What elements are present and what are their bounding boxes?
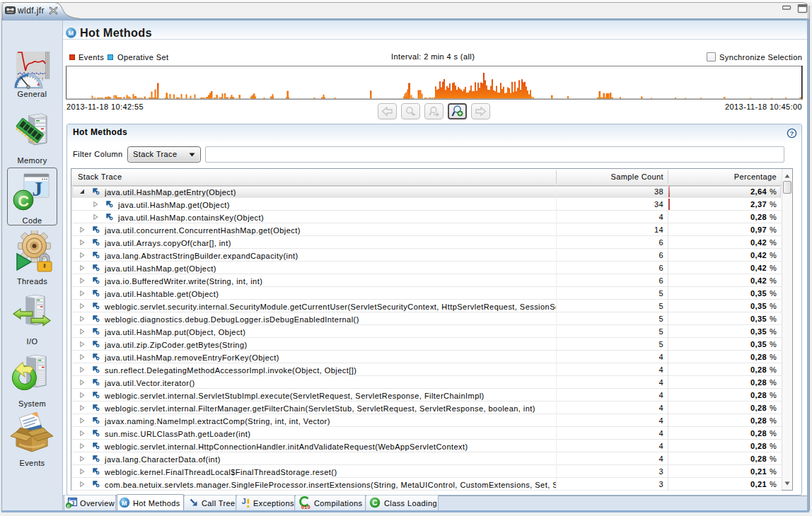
svg-text:010: 010 xyxy=(301,505,311,510)
svg-text:?: ? xyxy=(789,129,794,137)
svg-text:c: c xyxy=(67,503,71,508)
svg-text:C: C xyxy=(372,499,378,507)
svg-text:J: J xyxy=(242,497,247,505)
svg-text:C: C xyxy=(18,192,29,210)
svg-text:J: J xyxy=(32,177,42,200)
svg-text:M: M xyxy=(69,30,74,37)
svg-text:J: J xyxy=(71,500,74,507)
svg-text:M: M xyxy=(122,500,127,507)
